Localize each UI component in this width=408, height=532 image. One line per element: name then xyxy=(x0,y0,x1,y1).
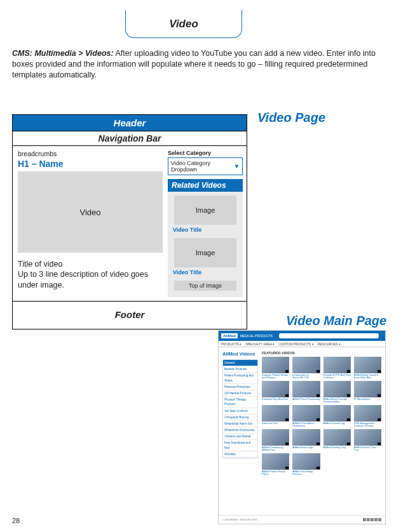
video-cell[interactable]: Introduction to SecureFit TSS xyxy=(292,357,320,378)
video-cell[interactable]: SOS Management Cushions Review xyxy=(354,405,381,427)
video-cell[interactable]: IV Workstation xyxy=(354,381,381,402)
video-caption: Introduction to SecureFit TSS xyxy=(292,373,320,378)
video-placeholder: Video xyxy=(18,171,163,253)
video-thumbnail[interactable] xyxy=(262,357,289,373)
sidebar-item[interactable]: Wheelchair Alarm Kits xyxy=(223,421,257,427)
video-thumbnail[interactable] xyxy=(323,357,351,373)
video-cell[interactable]: Stretcher Pad xyxy=(262,405,289,427)
video-thumbnail[interactable] xyxy=(292,357,320,373)
sidebar-item[interactable]: Orthopedic Bracing xyxy=(223,415,257,421)
video-cell[interactable]: AliMed Seating Tray xyxy=(323,429,351,451)
video-cell[interactable]: AliMed Exam Light xyxy=(292,429,320,451)
video-thumbnail[interactable] xyxy=(262,381,289,397)
nav-item[interactable]: CUSTOM PRODUCTS ▾ xyxy=(278,342,313,346)
tab-label: Video xyxy=(169,18,198,30)
video-cell[interactable]: EasyUp EYPS Bed Sled Cushions xyxy=(323,357,351,378)
sidebar-item[interactable]: Activities xyxy=(223,451,257,458)
video-thumbnail[interactable] xyxy=(323,429,351,446)
social-icons xyxy=(362,518,381,522)
video-cell[interactable]: AliMed Positioning – AliMed Pad xyxy=(262,429,289,451)
video-thumbnail[interactable] xyxy=(292,429,320,446)
section-title-video-page: Video Page xyxy=(257,110,325,125)
screenshot-navbar: PRODUCTS ▾ SPECIALTY AREA ▾ CUSTOM PRODU… xyxy=(219,341,385,347)
video-thumbnail[interactable] xyxy=(354,357,381,373)
nav-item[interactable]: PRODUCTS ▾ xyxy=(221,342,241,346)
intro-prefix: CMS: Multimedia > Videos: xyxy=(12,49,114,58)
top-of-image-label: Top of Image xyxy=(174,281,236,291)
sidebar-item[interactable]: Pressure Prevention xyxy=(223,384,257,390)
video-cell[interactable]: AliGel Prone Positioning xyxy=(292,381,320,402)
related-video-title: Video Title xyxy=(172,267,239,281)
video-caption: AliMed Body Transfer Easy Slide Mat xyxy=(354,373,381,378)
video-thumbnail[interactable] xyxy=(354,381,381,397)
video-grid: Surgery: Patient Wraps and DrapesIntrodu… xyxy=(262,357,381,475)
video-thumbnail[interactable] xyxy=(262,453,289,470)
topbar-title: MEDICAL PRODUCTS xyxy=(240,334,273,338)
video-cell[interactable]: AliMed Swivel Chair Tray xyxy=(354,429,381,451)
nav-item[interactable]: RESOURCES ▾ xyxy=(318,342,341,346)
video-cell[interactable]: AliMed Lateral Leg xyxy=(323,405,351,427)
sidebar-item[interactable]: Gel Seat Cushions xyxy=(223,408,257,415)
video-cell[interactable]: AliMed Seat Hoop Devices xyxy=(292,453,320,475)
video-thumbnail[interactable] xyxy=(262,429,289,446)
wireframe-footer: Footer xyxy=(13,302,247,329)
nav-item[interactable]: SPECIALTY AREA ▾ xyxy=(245,342,275,346)
video-caption: AliMed Exam Light xyxy=(292,446,320,451)
sidebar-item[interactable]: Patient Positioning and Straps xyxy=(223,373,257,383)
dropdown-value: Video Category Dropdown xyxy=(171,160,234,173)
sidebar-item[interactable]: General xyxy=(223,360,257,366)
featured-label: FEATURED VIDEOS xyxy=(262,351,381,355)
footer-left: ©2016 AliMed · 800-508-XXXX xyxy=(222,518,257,521)
video-page-wireframe: Header Navigation Bar breadcrumbs H1 – N… xyxy=(12,114,247,329)
screenshot-footer: ©2016 AliMed · 800-508-XXXX xyxy=(219,515,385,524)
sidebar-item[interactable]: Bariatric Products xyxy=(223,366,257,373)
video-thumbnail[interactable] xyxy=(262,405,289,422)
intro-text: CMS: Multimedia > Videos: After uploadin… xyxy=(12,48,396,81)
video-cell[interactable]: Freedom Grip Bed Rail xyxy=(262,381,289,402)
section-title-video-main: Video Main Page xyxy=(286,314,386,328)
video-caption: AliMed Patient Foam Pillow xyxy=(262,470,289,475)
sidebar-item[interactable]: Free Anesthesia and Rad xyxy=(223,440,257,451)
video-thumbnail[interactable] xyxy=(354,405,381,422)
wireframe-header: Header xyxy=(13,115,247,131)
related-videos-panel: Related Videos Image Video Title Image V… xyxy=(168,179,243,297)
video-cell[interactable]: Surgery: Patient Wraps and Drapes xyxy=(262,357,289,378)
main-page-title: AliMed Videos xyxy=(222,351,258,357)
page-title: H1 – Name xyxy=(18,159,163,171)
video-thumbnail[interactable] xyxy=(292,381,320,397)
video-caption: AliMed Easy Transfer Demonstration xyxy=(323,397,351,402)
video-caption: EasyUp EYPS Bed Sled Cushions xyxy=(323,373,351,378)
wireframe-navbar: Navigation Bar xyxy=(13,131,247,146)
sidebar-item[interactable]: Orthotics and Rehab xyxy=(223,434,257,440)
video-cell[interactable]: AliMed Patient Foam Pillow xyxy=(262,453,289,475)
video-caption: AliMed Chair Alarm Positioning xyxy=(292,422,320,427)
video-title-line: Title of video xyxy=(18,259,163,269)
category-dropdown[interactable]: Video Category Dropdown ▼ xyxy=(168,157,243,175)
video-thumbnail[interactable] xyxy=(323,405,351,422)
sidebar-item[interactable]: Wheelchair Accessories xyxy=(223,427,257,434)
video-main-screenshot: AliMed MEDICAL PRODUCTS PRODUCTS ▾ SPECI… xyxy=(218,330,386,524)
sidebar-item[interactable]: QR Medical Products xyxy=(223,390,257,397)
related-thumbnail[interactable]: Image xyxy=(174,196,236,225)
page-tab: Video xyxy=(125,10,242,38)
video-thumbnail[interactable] xyxy=(292,453,320,470)
related-header: Related Videos xyxy=(168,179,243,192)
video-caption: IV Workstation xyxy=(354,397,381,402)
page-number: 28 xyxy=(12,517,20,524)
video-cell[interactable]: AliMed Easy Transfer Demonstration xyxy=(323,381,351,402)
video-caption: Surgery: Patient Wraps and Drapes xyxy=(262,373,289,378)
video-cell[interactable]: AliMed Body Transfer Easy Slide Mat xyxy=(354,357,381,378)
video-thumbnail[interactable] xyxy=(292,405,320,422)
video-thumbnail[interactable] xyxy=(354,429,381,446)
video-cell[interactable]: AliMed Chair Alarm Positioning xyxy=(292,405,320,427)
video-thumbnail[interactable] xyxy=(323,381,351,397)
logo: AliMed xyxy=(221,333,238,338)
video-caption: AliMed Positioning – AliMed Pad xyxy=(262,446,289,451)
search-input[interactable] xyxy=(279,333,379,338)
video-caption: AliMed Seating Tray xyxy=(323,446,351,451)
related-thumbnail[interactable]: Image xyxy=(174,238,236,267)
video-caption: Freedom Grip Bed Rail xyxy=(262,397,289,402)
video-caption: SOS Management Cushions Review xyxy=(354,422,381,427)
sidebar-item[interactable]: Physical Therapy Products xyxy=(223,397,257,408)
video-caption: AliMed Seat Hoop Devices xyxy=(292,470,320,475)
